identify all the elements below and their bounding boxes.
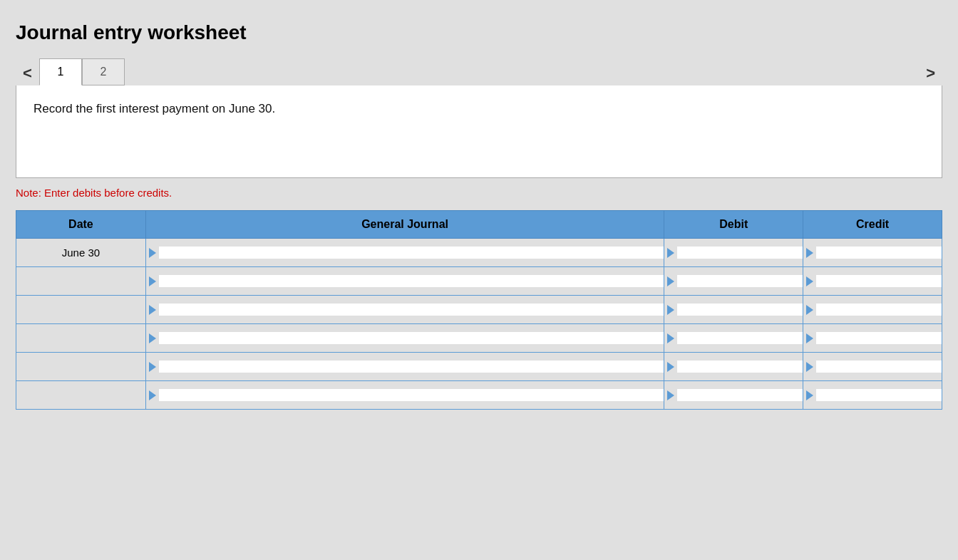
debit-input-1[interactable] xyxy=(677,247,803,259)
cell-arrow-icon xyxy=(806,333,813,343)
cell-arrow-icon xyxy=(149,305,156,315)
tab-1[interactable]: 1 xyxy=(39,58,82,85)
cell-arrow-icon xyxy=(667,276,674,286)
table-row xyxy=(16,381,942,410)
header-journal: General Journal xyxy=(145,211,664,239)
cell-arrow-icon xyxy=(149,390,156,400)
journal-cell-1[interactable] xyxy=(145,239,664,267)
credit-input-2[interactable] xyxy=(816,275,942,287)
cell-arrow-icon xyxy=(667,248,674,258)
cell-arrow-icon xyxy=(806,276,813,286)
cell-arrow-icon xyxy=(806,390,813,400)
header-debit: Debit xyxy=(664,211,803,239)
date-cell-4 xyxy=(16,324,146,353)
credit-cell-6[interactable] xyxy=(803,381,942,410)
credit-input-1[interactable] xyxy=(816,247,942,259)
table-header-row: Date General Journal Debit Credit xyxy=(16,211,942,239)
main-container: Journal entry worksheet < 1 2 > Record t… xyxy=(16,21,942,410)
journal-input-6[interactable] xyxy=(159,389,664,401)
instruction-text: Record the first interest payment on Jun… xyxy=(34,100,924,118)
credit-input-4[interactable] xyxy=(816,332,942,344)
table-row xyxy=(16,296,942,324)
credit-cell-1[interactable] xyxy=(803,239,942,267)
table-row xyxy=(16,324,942,353)
debit-cell-1[interactable] xyxy=(664,239,803,267)
cell-arrow-icon xyxy=(149,333,156,343)
credit-input-3[interactable] xyxy=(816,304,942,316)
journal-cell-2[interactable] xyxy=(145,267,664,296)
journal-cell-6[interactable] xyxy=(145,381,664,410)
cell-arrow-icon xyxy=(149,248,156,258)
header-credit: Credit xyxy=(803,211,942,239)
credit-cell-4[interactable] xyxy=(803,324,942,353)
date-cell-1: June 30 xyxy=(16,239,146,267)
credit-cell-2[interactable] xyxy=(803,267,942,296)
date-cell-3 xyxy=(16,296,146,324)
cell-arrow-icon xyxy=(667,390,674,400)
debit-input-5[interactable] xyxy=(677,361,803,373)
journal-cell-4[interactable] xyxy=(145,324,664,353)
journal-input-3[interactable] xyxy=(159,304,664,316)
credit-input-5[interactable] xyxy=(816,361,942,373)
cell-arrow-icon xyxy=(806,305,813,315)
note-text: Note: Enter debits before credits. xyxy=(16,187,942,199)
cell-arrow-icon xyxy=(667,305,674,315)
debit-input-2[interactable] xyxy=(677,275,803,287)
date-cell-5 xyxy=(16,353,146,381)
table-row xyxy=(16,267,942,296)
tab-2[interactable]: 2 xyxy=(82,58,125,85)
cell-arrow-icon xyxy=(806,248,813,258)
journal-input-1[interactable] xyxy=(159,247,664,259)
next-arrow[interactable]: > xyxy=(919,66,942,85)
table-row: June 30 xyxy=(16,239,942,267)
journal-input-2[interactable] xyxy=(159,275,664,287)
tabs-navigation: < 1 2 > xyxy=(16,58,942,85)
debit-cell-4[interactable] xyxy=(664,324,803,353)
journal-cell-5[interactable] xyxy=(145,353,664,381)
date-cell-6 xyxy=(16,381,146,410)
debit-cell-6[interactable] xyxy=(664,381,803,410)
debit-input-3[interactable] xyxy=(677,304,803,316)
worksheet-content: Record the first interest payment on Jun… xyxy=(16,85,942,178)
journal-table: Date General Journal Debit Credit June 3… xyxy=(16,210,942,410)
cell-arrow-icon xyxy=(149,276,156,286)
credit-cell-3[interactable] xyxy=(803,296,942,324)
prev-arrow[interactable]: < xyxy=(16,66,39,85)
debit-input-4[interactable] xyxy=(677,332,803,344)
cell-arrow-icon xyxy=(149,362,156,372)
cell-arrow-icon xyxy=(667,333,674,343)
credit-cell-5[interactable] xyxy=(803,353,942,381)
journal-input-4[interactable] xyxy=(159,332,664,344)
header-date: Date xyxy=(16,211,146,239)
date-cell-2 xyxy=(16,267,146,296)
cell-arrow-icon xyxy=(667,362,674,372)
table-row xyxy=(16,353,942,381)
debit-cell-5[interactable] xyxy=(664,353,803,381)
page-title: Journal entry worksheet xyxy=(16,21,942,44)
credit-input-6[interactable] xyxy=(816,389,942,401)
debit-input-6[interactable] xyxy=(677,389,803,401)
debit-cell-3[interactable] xyxy=(664,296,803,324)
cell-arrow-icon xyxy=(806,362,813,372)
journal-input-5[interactable] xyxy=(159,361,664,373)
debit-cell-2[interactable] xyxy=(664,267,803,296)
journal-cell-3[interactable] xyxy=(145,296,664,324)
